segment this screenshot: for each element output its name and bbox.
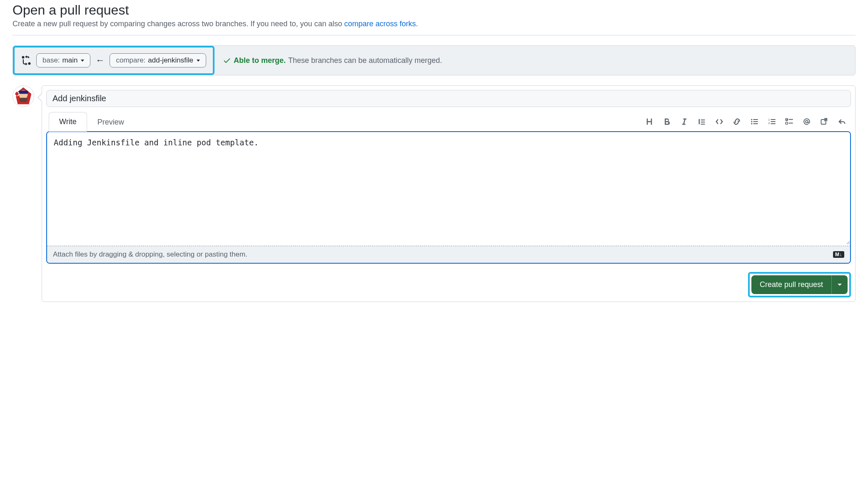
svg-rect-9 xyxy=(753,121,758,122)
svg-text:2: 2 xyxy=(768,121,770,125)
svg-point-7 xyxy=(751,123,752,124)
create-pull-request-button[interactable]: Create pull request xyxy=(751,275,831,294)
tab-preview[interactable]: Preview xyxy=(87,112,135,132)
compare-forks-link[interactable]: compare across forks xyxy=(344,20,416,28)
svg-rect-17 xyxy=(786,122,788,124)
editor-tabs: Write Preview xyxy=(49,112,135,132)
git-compare-icon xyxy=(21,55,31,65)
quote-icon[interactable] xyxy=(697,117,707,127)
editor-focus-ring: Attach files by dragging & dropping, sel… xyxy=(46,131,851,264)
base-branch-value: main xyxy=(62,56,78,65)
base-label: base: xyxy=(42,56,60,65)
caret-down-icon xyxy=(81,60,84,62)
markdown-icon[interactable]: M↓ xyxy=(833,251,844,258)
base-branch-selector[interactable]: base: main xyxy=(36,53,90,67)
subtitle-suffix: . xyxy=(416,20,418,28)
bold-icon[interactable] xyxy=(662,117,672,127)
comment-box: Write Preview 12 xyxy=(42,85,856,302)
tab-write[interactable]: Write xyxy=(49,112,87,132)
compare-branch-value: add-jenkinsfile xyxy=(148,56,193,65)
svg-point-6 xyxy=(751,121,752,122)
arrow-left-icon: ← xyxy=(95,55,105,66)
cross-reference-icon[interactable] xyxy=(819,117,829,127)
branch-compare-row: base: main ← compare: add-jenkinsfile Ab… xyxy=(12,45,856,75)
merge-desc-text: These branches can be automatically merg… xyxy=(288,56,442,65)
svg-rect-10 xyxy=(753,123,758,124)
header-divider xyxy=(12,35,856,35)
markdown-toolbar: 12 xyxy=(644,117,851,127)
svg-text:1: 1 xyxy=(768,118,770,122)
avatar[interactable] xyxy=(12,85,34,107)
link-icon[interactable] xyxy=(732,117,742,127)
check-icon xyxy=(223,56,231,65)
pr-body-textarea[interactable] xyxy=(47,132,850,245)
caret-down-icon xyxy=(838,284,842,286)
svg-point-5 xyxy=(751,119,752,120)
compare-branch-selector[interactable]: compare: add-jenkinsfile xyxy=(110,53,206,67)
svg-rect-8 xyxy=(753,119,758,120)
svg-rect-15 xyxy=(771,123,776,124)
ordered-list-icon[interactable]: 12 xyxy=(767,117,777,127)
svg-rect-18 xyxy=(789,119,793,120)
svg-rect-2 xyxy=(19,98,27,102)
merge-status: Able to merge. These branches can be aut… xyxy=(215,46,450,75)
branch-selectors-highlight: base: main ← compare: add-jenkinsfile xyxy=(13,46,215,75)
mention-icon[interactable] xyxy=(802,117,812,127)
attach-text: Attach files by dragging & dropping, sel… xyxy=(53,250,247,259)
heading-icon[interactable] xyxy=(644,117,654,127)
create-button-highlight: Create pull request xyxy=(748,272,851,297)
svg-rect-19 xyxy=(789,123,793,124)
svg-rect-3 xyxy=(18,91,28,94)
italic-icon[interactable] xyxy=(679,117,689,127)
svg-rect-14 xyxy=(771,121,776,122)
tasklist-icon[interactable] xyxy=(784,117,794,127)
merge-able-text: Able to merge. xyxy=(234,56,286,65)
page-title: Open a pull request xyxy=(12,0,856,18)
pr-title-input[interactable] xyxy=(46,90,851,107)
reply-icon[interactable] xyxy=(837,117,847,127)
code-icon[interactable] xyxy=(714,117,724,127)
caret-down-icon xyxy=(197,60,200,62)
subtitle-text: Create a new pull request by comparing c… xyxy=(12,20,344,28)
create-pull-request-dropdown[interactable] xyxy=(831,275,848,294)
attach-bar[interactable]: Attach files by dragging & dropping, sel… xyxy=(47,246,850,263)
page-subtitle: Create a new pull request by comparing c… xyxy=(12,20,856,28)
svg-rect-13 xyxy=(771,119,776,120)
unordered-list-icon[interactable] xyxy=(749,117,759,127)
compare-label: compare: xyxy=(116,56,145,65)
